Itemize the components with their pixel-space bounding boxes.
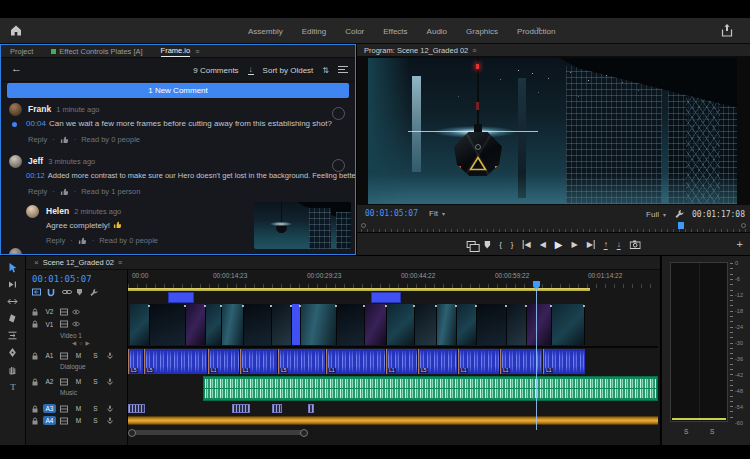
sync-lock-icon[interactable]: [60, 417, 68, 425]
panel-menu-icon[interactable]: ≡: [118, 259, 122, 266]
solo-button[interactable]: S: [89, 416, 102, 425]
scrubber-handle[interactable]: [361, 223, 366, 228]
playback-resolution-dropdown[interactable]: Full ▾: [646, 210, 666, 219]
download-comments-icon[interactable]: ↓: [248, 66, 254, 75]
track-lane-v2[interactable]: [128, 292, 658, 303]
workspace-overflow-button[interactable]: »: [536, 24, 541, 34]
sync-lock-icon[interactable]: [60, 308, 68, 316]
track-name-music[interactable]: Music: [60, 389, 77, 396]
audio-clip-dialogue[interactable]: L5: [418, 349, 457, 374]
video-clip-v1[interactable]: [244, 304, 272, 345]
timeline-ruler[interactable]: 00:0000:00:14:2300:00:29:2300:00:44:2200…: [128, 272, 658, 282]
tab-effect-controls[interactable]: Effect Controls Plates [A]: [42, 45, 151, 58]
track-lane-a4[interactable]: [128, 415, 658, 426]
audio-clip-dialogue[interactable]: L1: [543, 349, 585, 374]
track-name-video1[interactable]: Video 1: [60, 332, 82, 339]
track-target-a4[interactable]: A4: [43, 416, 56, 425]
reply-button[interactable]: Reply: [46, 236, 65, 245]
close-icon[interactable]: ×: [34, 258, 39, 267]
back-button[interactable]: ←: [11, 62, 22, 74]
mic-icon[interactable]: [106, 405, 114, 413]
sync-lock-icon[interactable]: [60, 320, 68, 328]
reply-button[interactable]: Reply: [28, 187, 47, 196]
video-clip-v1[interactable]: [477, 304, 507, 345]
track-target-v2[interactable]: V2: [43, 307, 56, 316]
sync-lock-icon[interactable]: [60, 352, 68, 360]
lock-icon[interactable]: [31, 378, 39, 386]
video-clip-v1[interactable]: [387, 304, 415, 345]
mic-icon[interactable]: [106, 417, 114, 425]
lift-button[interactable]: ↑: [604, 240, 608, 250]
comment-complete-checkbox[interactable]: [332, 159, 345, 172]
panel-menu-icon[interactable]: ≡: [472, 47, 476, 54]
comparison-view-icon[interactable]: [466, 241, 475, 248]
export-share-button[interactable]: [721, 24, 733, 37]
zoom-level-dropdown[interactable]: Fit ▾: [429, 209, 445, 218]
track-target-a3[interactable]: A3: [43, 404, 56, 413]
play-button[interactable]: ▶: [555, 239, 563, 250]
audio-clip-dialogue[interactable]: L5: [144, 349, 207, 374]
go-to-out-button[interactable]: ▶: [587, 240, 595, 249]
video-clip-v1[interactable]: [457, 304, 477, 345]
sort-label[interactable]: Sort by Oldest: [263, 66, 314, 75]
mute-button[interactable]: M: [72, 404, 85, 413]
audio-clip-dialogue[interactable]: L1: [458, 349, 499, 374]
track-lane-v1[interactable]: [128, 304, 658, 345]
workspace-tab-editing[interactable]: Editing: [302, 27, 326, 36]
timeline-settings-wrench-icon[interactable]: [89, 288, 97, 296]
solo-button[interactable]: S: [89, 377, 102, 386]
video-clip-v1[interactable]: [186, 304, 206, 345]
solo-button[interactable]: S: [89, 404, 102, 413]
home-button[interactable]: [10, 25, 22, 36]
track-name-dialogue[interactable]: Dialogue: [60, 363, 86, 370]
comment-item[interactable]: Jeff3 minutes ago 00:12Added more contra…: [1, 153, 355, 201]
sync-lock-icon[interactable]: [60, 378, 68, 386]
video-clip-v1[interactable]: [337, 304, 365, 345]
export-frame-icon[interactable]: [630, 240, 641, 249]
mark-out-button[interactable]: }: [511, 240, 514, 249]
audio-clip-sfx[interactable]: [232, 404, 250, 413]
mute-button[interactable]: M: [72, 416, 85, 425]
razor-tool[interactable]: [7, 313, 19, 325]
button-editor-plus[interactable]: +: [737, 238, 743, 250]
program-monitor-tab[interactable]: Program: Scene 12_Graded 02 ≡: [357, 44, 750, 57]
timeline-track-area[interactable]: 00:0000:00:14:2300:00:29:2300:00:44:2200…: [128, 270, 658, 445]
workspace-tab-audio[interactable]: Audio: [427, 27, 447, 36]
video-clip-v1[interactable]: [415, 304, 437, 345]
video-clip-v1[interactable]: [301, 304, 337, 345]
horizontal-scrollbar[interactable]: [130, 430, 306, 435]
audio-clip-dialogue[interactable]: L1: [240, 349, 277, 374]
type-tool[interactable]: T: [7, 381, 19, 393]
sort-toggle-icon[interactable]: ⇅: [322, 66, 329, 75]
extract-button[interactable]: ↓: [617, 240, 621, 250]
track-target-a2[interactable]: A2: [43, 377, 56, 386]
thumbs-up-icon[interactable]: [60, 135, 69, 144]
audio-clip-ambience[interactable]: [128, 416, 658, 425]
pen-tool[interactable]: [7, 347, 19, 359]
comment-frame-thumbnail[interactable]: [254, 202, 351, 249]
mark-in-button[interactable]: {: [499, 240, 502, 249]
program-scrubber[interactable]: [361, 223, 746, 232]
video-clip-v1[interactable]: [552, 304, 585, 345]
step-forward-button[interactable]: ▶: [572, 240, 578, 249]
sequence-tab[interactable]: × Scene 12_Graded 02 ≡: [26, 256, 660, 270]
video-clip-v1[interactable]: [272, 304, 292, 345]
keyframe-nav[interactable]: ◀○▶: [72, 340, 93, 346]
go-to-in-button[interactable]: ◀: [523, 240, 531, 249]
audio-clip-dialogue[interactable]: L1: [208, 349, 239, 374]
audio-clip-sfx[interactable]: [308, 404, 314, 413]
video-clip-v1[interactable]: [130, 304, 150, 345]
workspace-tab-graphics[interactable]: Graphics: [466, 27, 498, 36]
track-lane-a1[interactable]: L5L5L1L1L5L1L1L5L1L1L1: [128, 349, 658, 374]
tab-frameio[interactable]: Frame.io ≡: [152, 45, 209, 58]
workspace-tab-color[interactable]: Color: [345, 27, 364, 36]
audio-clip-sfx[interactable]: [272, 404, 282, 413]
thumbs-up-icon[interactable]: [60, 187, 69, 196]
tab-project[interactable]: Project: [1, 45, 42, 58]
lock-icon[interactable]: [31, 405, 39, 413]
audio-clip-dialogue[interactable]: L1: [386, 349, 417, 374]
audio-clip-dialogue[interactable]: L5: [128, 349, 143, 374]
work-area-bar[interactable]: [128, 288, 590, 291]
track-target-a1[interactable]: A1: [43, 351, 56, 360]
video-clip-v2[interactable]: [371, 292, 401, 303]
